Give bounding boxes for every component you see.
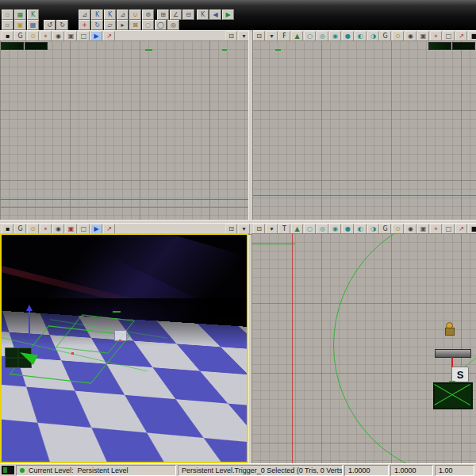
viewport-top[interactable]: S xyxy=(251,233,476,463)
toolbar-group-play: K◀▶ xyxy=(197,10,234,20)
unrealed-window: ▫▦K ⊿KK⊿∪⊚ ⊞∠⊟ K◀▶ ▫▣▦ ↺↻ +↻▱▸⊠◌◯◎ ▪G⊙⌖◉… xyxy=(0,0,476,476)
content-browser-icon[interactable]: ▦ xyxy=(14,10,26,20)
window-mode-icon[interactable]: ▫ xyxy=(2,10,13,20)
rotation-grid-value: 1.0000 xyxy=(390,465,433,476)
play-in-editor-icon[interactable]: ▶ xyxy=(222,10,234,20)
trigger-tick-mark xyxy=(449,381,455,382)
new-level-icon[interactable]: ▫ xyxy=(2,20,13,30)
current-level-segment: Current Level: Persistent Level xyxy=(16,465,176,476)
toolbar-group-modes: +↻▱▸⊠◌◯◎ xyxy=(79,20,179,30)
current-level-value: Persistent Level xyxy=(78,466,129,474)
camera-speed-icon[interactable]: ▸ xyxy=(117,20,129,30)
trigger-actor-box[interactable] xyxy=(433,382,473,409)
stat-box xyxy=(428,42,451,50)
toolbar-group-level: ▫▣▦ xyxy=(2,20,39,30)
level-status-dot xyxy=(20,468,25,473)
toolbar-group-undo: ↺↻ xyxy=(44,20,68,30)
stat-box xyxy=(452,42,475,50)
viewport-front[interactable] xyxy=(251,40,476,220)
lock-selection-icon[interactable]: ⊠ xyxy=(129,20,141,30)
stat-box xyxy=(25,42,48,50)
open-level-icon[interactable]: ▣ xyxy=(14,20,26,30)
perspective-scene xyxy=(2,235,247,462)
brush-vertex-mark xyxy=(145,49,152,51)
brush-vertex-mark xyxy=(222,49,227,51)
toolbar-group-file: ▫▦K xyxy=(2,10,39,20)
vertex-dot xyxy=(119,340,121,342)
search-actors-icon[interactable]: ◎ xyxy=(167,20,179,30)
viewport-side[interactable] xyxy=(0,40,248,220)
hide-selected-icon[interactable]: ◌ xyxy=(142,20,154,30)
z-axis-arrowhead-icon xyxy=(26,305,33,311)
current-level-label: Current Level: xyxy=(29,466,74,474)
keypoint-body xyxy=(445,328,455,336)
stat-box xyxy=(1,42,24,50)
grid-snap-icon[interactable]: ⊞ xyxy=(157,10,169,20)
camera-prev-icon[interactable]: K xyxy=(91,10,103,20)
show-all-icon[interactable]: ◯ xyxy=(155,20,167,30)
select-tool-icon[interactable]: ⊿ xyxy=(79,10,90,20)
rotate-tool-icon[interactable]: ⊿ xyxy=(117,10,129,20)
scale-mode-icon[interactable]: ▱ xyxy=(104,20,116,30)
snap-magnet-icon[interactable]: ∪ xyxy=(129,10,141,20)
save-all-icon[interactable]: ▦ xyxy=(27,20,39,30)
platform-actor[interactable] xyxy=(435,349,471,358)
toolbar-group-snap: ⊞∠⊟ xyxy=(157,10,194,20)
status-bar: Current Level: Persistent Level Persiste… xyxy=(0,463,476,476)
distant-vertex-mark xyxy=(113,311,121,313)
redo-icon[interactable]: ↻ xyxy=(56,20,68,30)
scale-snap-icon[interactable]: ⊟ xyxy=(182,10,194,20)
status-log-led xyxy=(3,467,7,473)
rotate-mode-icon[interactable]: ↻ xyxy=(91,20,103,30)
drag-grid-value: 1.0000 xyxy=(344,465,389,476)
brush-edge-line xyxy=(251,244,295,244)
speaker-label: S xyxy=(457,369,464,381)
scale-grid-value: 1.00 xyxy=(435,465,474,476)
camera-next-icon[interactable]: K xyxy=(104,10,116,20)
origin-axis-line xyxy=(292,233,293,463)
brush-vertex-mark xyxy=(275,49,281,51)
keypoint-actor-icon[interactable] xyxy=(444,322,454,335)
speaker-actor-icon[interactable]: S xyxy=(451,367,469,382)
secondary-axis-line xyxy=(0,207,248,208)
translate-mode-icon[interactable]: + xyxy=(79,20,90,30)
origin-axis-line xyxy=(251,195,476,196)
main-toolbar: ▫▦K ⊿KK⊿∪⊚ ⊞∠⊟ K◀▶ ▫▣▦ ↺↻ +↻▱▸⊠◌◯◎ xyxy=(0,0,476,30)
status-log-icon[interactable] xyxy=(2,466,14,474)
selection-status-text: Persistent Level.Trigger_0 Selected (0 T… xyxy=(182,466,343,474)
selection-status-segment: Persistent Level.Trigger_0 Selected (0 T… xyxy=(178,465,343,476)
toolbar-group-tools: ⊿KK⊿∪⊚ xyxy=(79,10,154,20)
sound-radius-circle xyxy=(333,233,476,463)
rewind-icon[interactable]: ◀ xyxy=(209,10,221,20)
viewport-perspective[interactable] xyxy=(0,233,248,463)
kismet-icon[interactable]: K xyxy=(27,10,39,20)
undo-icon[interactable]: ↺ xyxy=(44,20,56,30)
vertex-snap-icon[interactable]: ⊚ xyxy=(142,10,154,20)
angle-snap-icon[interactable]: ∠ xyxy=(170,10,182,20)
z-axis-widget-line[interactable] xyxy=(29,311,30,338)
matinee-icon[interactable]: K xyxy=(197,10,209,20)
origin-axis-line xyxy=(0,199,248,200)
vertex-dot xyxy=(71,352,74,355)
